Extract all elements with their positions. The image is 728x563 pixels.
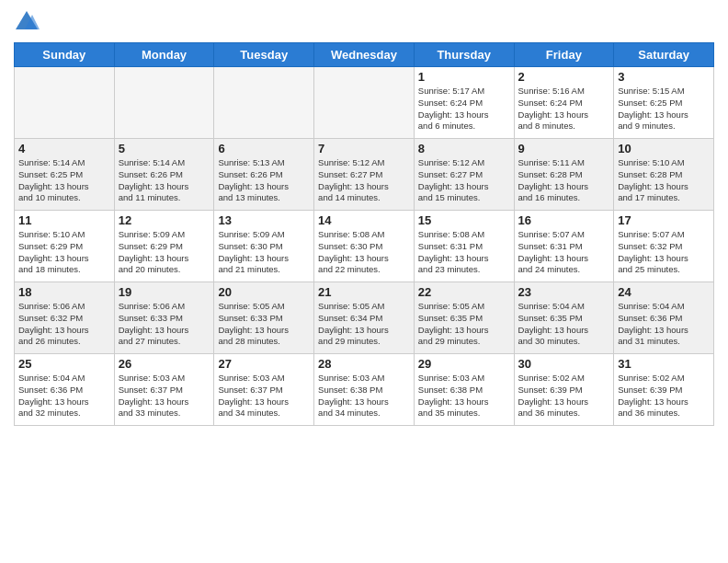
day-number: 25 <box>18 357 110 371</box>
cell-sun-info: Sunrise: 5:10 AM Sunset: 6:29 PM Dayligh… <box>18 229 110 276</box>
cell-sun-info: Sunrise: 5:14 AM Sunset: 6:25 PM Dayligh… <box>18 157 110 204</box>
cal-cell-1: 1Sunrise: 5:17 AM Sunset: 6:24 PM Daylig… <box>414 67 514 139</box>
day-header-thursday: Thursday <box>414 43 514 67</box>
day-number: 2 <box>518 70 610 84</box>
cell-sun-info: Sunrise: 5:07 AM Sunset: 6:32 PM Dayligh… <box>618 229 710 276</box>
cell-sun-info: Sunrise: 5:03 AM Sunset: 6:37 PM Dayligh… <box>218 373 310 419</box>
day-number: 20 <box>218 285 310 299</box>
day-number: 18 <box>18 285 110 299</box>
cal-cell-28: 28Sunrise: 5:03 AM Sunset: 6:38 PM Dayli… <box>314 354 415 426</box>
cal-cell-17: 17Sunrise: 5:07 AM Sunset: 6:32 PM Dayli… <box>614 211 714 282</box>
calendar-table: SundayMondayTuesdayWednesdayThursdayFrid… <box>14 42 714 426</box>
week-row-4: 18Sunrise: 5:06 AM Sunset: 6:32 PM Dayli… <box>15 282 714 354</box>
cell-sun-info: Sunrise: 5:04 AM Sunset: 6:36 PM Dayligh… <box>18 373 110 419</box>
cell-sun-info: Sunrise: 5:07 AM Sunset: 6:31 PM Dayligh… <box>518 229 610 276</box>
day-number: 19 <box>119 285 210 299</box>
cal-cell-11: 11Sunrise: 5:10 AM Sunset: 6:29 PM Dayli… <box>15 211 115 282</box>
cal-cell-22: 22Sunrise: 5:05 AM Sunset: 6:35 PM Dayli… <box>414 282 514 354</box>
week-row-1: 1Sunrise: 5:17 AM Sunset: 6:24 PM Daylig… <box>15 67 714 139</box>
week-row-2: 4Sunrise: 5:14 AM Sunset: 6:25 PM Daylig… <box>15 139 714 211</box>
cal-cell-21: 21Sunrise: 5:05 AM Sunset: 6:34 PM Dayli… <box>314 282 415 354</box>
day-number: 23 <box>518 285 610 299</box>
cal-cell-18: 18Sunrise: 5:06 AM Sunset: 6:32 PM Dayli… <box>15 282 115 354</box>
cal-cell-30: 30Sunrise: 5:02 AM Sunset: 6:39 PM Dayli… <box>514 354 614 426</box>
day-number: 22 <box>418 285 510 299</box>
cal-cell-16: 16Sunrise: 5:07 AM Sunset: 6:31 PM Dayli… <box>514 211 614 282</box>
page-header <box>14 9 714 35</box>
cal-cell-26: 26Sunrise: 5:03 AM Sunset: 6:37 PM Dayli… <box>114 354 214 426</box>
cal-cell-20: 20Sunrise: 5:05 AM Sunset: 6:33 PM Dayli… <box>214 282 314 354</box>
day-number: 9 <box>518 142 610 155</box>
cell-sun-info: Sunrise: 5:09 AM Sunset: 6:29 PM Dayligh… <box>119 229 210 276</box>
cell-sun-info: Sunrise: 5:05 AM Sunset: 6:33 PM Dayligh… <box>218 301 310 348</box>
page-container: SundayMondayTuesdayWednesdayThursdayFrid… <box>0 0 728 563</box>
cal-cell-27: 27Sunrise: 5:03 AM Sunset: 6:37 PM Dayli… <box>214 354 314 426</box>
cell-sun-info: Sunrise: 5:12 AM Sunset: 6:27 PM Dayligh… <box>418 157 510 204</box>
cal-cell-14: 14Sunrise: 5:08 AM Sunset: 6:30 PM Dayli… <box>314 211 415 282</box>
cal-cell-empty-3 <box>314 67 415 139</box>
day-header-sunday: Sunday <box>15 43 115 67</box>
day-number: 7 <box>318 142 410 155</box>
day-header-saturday: Saturday <box>614 43 714 67</box>
cell-sun-info: Sunrise: 5:02 AM Sunset: 6:39 PM Dayligh… <box>618 373 710 419</box>
day-header-monday: Monday <box>114 43 214 67</box>
day-number: 24 <box>618 285 710 299</box>
cal-cell-4: 4Sunrise: 5:14 AM Sunset: 6:25 PM Daylig… <box>15 139 115 211</box>
cal-cell-31: 31Sunrise: 5:02 AM Sunset: 6:39 PM Dayli… <box>614 354 714 426</box>
cal-cell-6: 6Sunrise: 5:13 AM Sunset: 6:26 PM Daylig… <box>214 139 314 211</box>
cell-sun-info: Sunrise: 5:05 AM Sunset: 6:35 PM Dayligh… <box>418 301 510 348</box>
week-row-5: 25Sunrise: 5:04 AM Sunset: 6:36 PM Dayli… <box>15 354 714 426</box>
cell-sun-info: Sunrise: 5:14 AM Sunset: 6:26 PM Dayligh… <box>119 157 210 204</box>
day-number: 12 <box>119 213 210 227</box>
day-header-tuesday: Tuesday <box>214 43 314 67</box>
cell-sun-info: Sunrise: 5:03 AM Sunset: 6:38 PM Dayligh… <box>318 373 410 419</box>
cal-cell-2: 2Sunrise: 5:16 AM Sunset: 6:24 PM Daylig… <box>514 67 614 139</box>
cal-cell-9: 9Sunrise: 5:11 AM Sunset: 6:28 PM Daylig… <box>514 139 614 211</box>
cal-cell-8: 8Sunrise: 5:12 AM Sunset: 6:27 PM Daylig… <box>414 139 514 211</box>
day-header-row: SundayMondayTuesdayWednesdayThursdayFrid… <box>15 43 714 67</box>
cell-sun-info: Sunrise: 5:09 AM Sunset: 6:30 PM Dayligh… <box>218 229 310 276</box>
cal-cell-12: 12Sunrise: 5:09 AM Sunset: 6:29 PM Dayli… <box>114 211 214 282</box>
cell-sun-info: Sunrise: 5:05 AM Sunset: 6:34 PM Dayligh… <box>318 301 410 348</box>
cal-cell-25: 25Sunrise: 5:04 AM Sunset: 6:36 PM Dayli… <box>15 354 115 426</box>
cell-sun-info: Sunrise: 5:03 AM Sunset: 6:37 PM Dayligh… <box>119 373 210 419</box>
cell-sun-info: Sunrise: 5:11 AM Sunset: 6:28 PM Dayligh… <box>518 157 610 204</box>
day-number: 3 <box>618 70 710 84</box>
cal-cell-24: 24Sunrise: 5:04 AM Sunset: 6:36 PM Dayli… <box>614 282 714 354</box>
day-number: 13 <box>218 213 310 227</box>
day-number: 1 <box>418 70 510 84</box>
cal-cell-empty-1 <box>114 67 214 139</box>
cell-sun-info: Sunrise: 5:06 AM Sunset: 6:33 PM Dayligh… <box>119 301 210 348</box>
cal-cell-7: 7Sunrise: 5:12 AM Sunset: 6:27 PM Daylig… <box>314 139 415 211</box>
cell-sun-info: Sunrise: 5:12 AM Sunset: 6:27 PM Dayligh… <box>318 157 410 204</box>
cell-sun-info: Sunrise: 5:04 AM Sunset: 6:36 PM Dayligh… <box>618 301 710 348</box>
cal-cell-10: 10Sunrise: 5:10 AM Sunset: 6:28 PM Dayli… <box>614 139 714 211</box>
cell-sun-info: Sunrise: 5:03 AM Sunset: 6:38 PM Dayligh… <box>418 373 510 419</box>
day-number: 26 <box>119 357 210 371</box>
cal-cell-5: 5Sunrise: 5:14 AM Sunset: 6:26 PM Daylig… <box>114 139 214 211</box>
day-number: 17 <box>618 213 710 227</box>
day-number: 11 <box>18 213 110 227</box>
cal-cell-empty-2 <box>214 67 314 139</box>
cal-cell-3: 3Sunrise: 5:15 AM Sunset: 6:25 PM Daylig… <box>614 67 714 139</box>
cell-sun-info: Sunrise: 5:16 AM Sunset: 6:24 PM Dayligh… <box>518 86 610 132</box>
day-number: 29 <box>418 357 510 371</box>
cell-sun-info: Sunrise: 5:06 AM Sunset: 6:32 PM Dayligh… <box>18 301 110 348</box>
cal-cell-29: 29Sunrise: 5:03 AM Sunset: 6:38 PM Dayli… <box>414 354 514 426</box>
logo <box>14 9 45 35</box>
cell-sun-info: Sunrise: 5:04 AM Sunset: 6:35 PM Dayligh… <box>518 301 610 348</box>
day-number: 4 <box>18 142 110 155</box>
cell-sun-info: Sunrise: 5:10 AM Sunset: 6:28 PM Dayligh… <box>618 157 710 204</box>
day-number: 30 <box>518 357 610 371</box>
day-number: 28 <box>318 357 410 371</box>
day-number: 10 <box>618 142 710 155</box>
day-number: 27 <box>218 357 310 371</box>
cal-cell-empty-0 <box>15 67 115 139</box>
cell-sun-info: Sunrise: 5:13 AM Sunset: 6:26 PM Dayligh… <box>218 157 310 204</box>
cal-cell-15: 15Sunrise: 5:08 AM Sunset: 6:31 PM Dayli… <box>414 211 514 282</box>
day-number: 6 <box>218 142 310 155</box>
day-number: 8 <box>418 142 510 155</box>
cell-sun-info: Sunrise: 5:02 AM Sunset: 6:39 PM Dayligh… <box>518 373 610 419</box>
day-number: 31 <box>618 357 710 371</box>
week-row-3: 11Sunrise: 5:10 AM Sunset: 6:29 PM Dayli… <box>15 211 714 282</box>
